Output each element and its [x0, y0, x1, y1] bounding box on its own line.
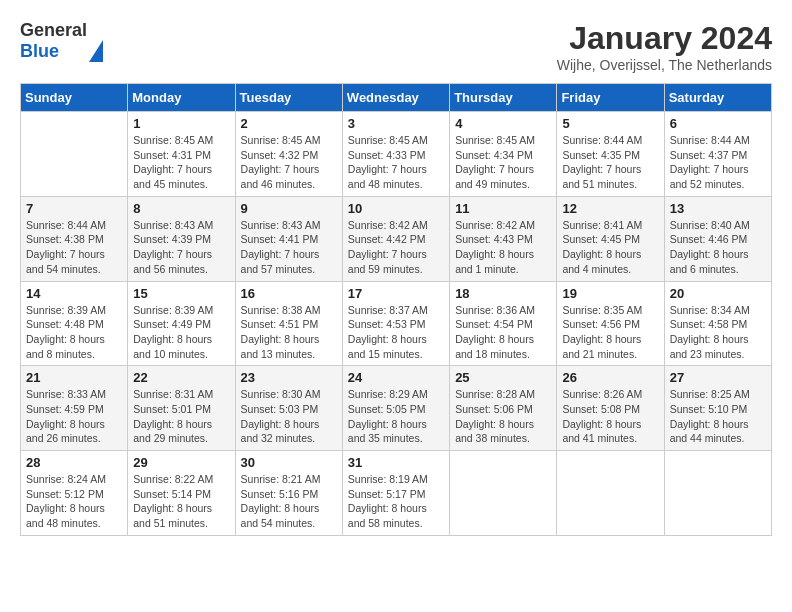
calendar-cell: 6Sunrise: 8:44 AM Sunset: 4:37 PM Daylig…	[664, 112, 771, 197]
page-header: General Blue January 2024 Wijhe, Overijs…	[20, 20, 772, 73]
calendar-cell	[21, 112, 128, 197]
calendar-cell: 27Sunrise: 8:25 AM Sunset: 5:10 PM Dayli…	[664, 366, 771, 451]
calendar-cell: 12Sunrise: 8:41 AM Sunset: 4:45 PM Dayli…	[557, 196, 664, 281]
day-info: Sunrise: 8:45 AM Sunset: 4:34 PM Dayligh…	[455, 133, 551, 192]
day-of-week-header: Thursday	[450, 84, 557, 112]
day-number: 9	[241, 201, 337, 216]
location: Wijhe, Overijssel, The Netherlands	[557, 57, 772, 73]
day-of-week-header: Sunday	[21, 84, 128, 112]
day-info: Sunrise: 8:45 AM Sunset: 4:32 PM Dayligh…	[241, 133, 337, 192]
calendar-week-row: 28Sunrise: 8:24 AM Sunset: 5:12 PM Dayli…	[21, 451, 772, 536]
calendar-cell: 14Sunrise: 8:39 AM Sunset: 4:48 PM Dayli…	[21, 281, 128, 366]
day-of-week-header: Tuesday	[235, 84, 342, 112]
calendar-cell: 8Sunrise: 8:43 AM Sunset: 4:39 PM Daylig…	[128, 196, 235, 281]
day-number: 12	[562, 201, 658, 216]
day-of-week-header: Monday	[128, 84, 235, 112]
day-info: Sunrise: 8:42 AM Sunset: 4:43 PM Dayligh…	[455, 218, 551, 277]
calendar-cell: 5Sunrise: 8:44 AM Sunset: 4:35 PM Daylig…	[557, 112, 664, 197]
calendar-cell: 28Sunrise: 8:24 AM Sunset: 5:12 PM Dayli…	[21, 451, 128, 536]
day-number: 17	[348, 286, 444, 301]
day-number: 2	[241, 116, 337, 131]
calendar-cell: 4Sunrise: 8:45 AM Sunset: 4:34 PM Daylig…	[450, 112, 557, 197]
day-number: 20	[670, 286, 766, 301]
day-number: 15	[133, 286, 229, 301]
calendar-cell: 20Sunrise: 8:34 AM Sunset: 4:58 PM Dayli…	[664, 281, 771, 366]
day-info: Sunrise: 8:40 AM Sunset: 4:46 PM Dayligh…	[670, 218, 766, 277]
day-info: Sunrise: 8:42 AM Sunset: 4:42 PM Dayligh…	[348, 218, 444, 277]
day-number: 16	[241, 286, 337, 301]
calendar-cell: 31Sunrise: 8:19 AM Sunset: 5:17 PM Dayli…	[342, 451, 449, 536]
day-number: 31	[348, 455, 444, 470]
day-info: Sunrise: 8:37 AM Sunset: 4:53 PM Dayligh…	[348, 303, 444, 362]
calendar-header-row: SundayMondayTuesdayWednesdayThursdayFrid…	[21, 84, 772, 112]
calendar-cell: 13Sunrise: 8:40 AM Sunset: 4:46 PM Dayli…	[664, 196, 771, 281]
calendar-cell: 17Sunrise: 8:37 AM Sunset: 4:53 PM Dayli…	[342, 281, 449, 366]
day-info: Sunrise: 8:33 AM Sunset: 4:59 PM Dayligh…	[26, 387, 122, 446]
day-info: Sunrise: 8:30 AM Sunset: 5:03 PM Dayligh…	[241, 387, 337, 446]
calendar-cell: 15Sunrise: 8:39 AM Sunset: 4:49 PM Dayli…	[128, 281, 235, 366]
day-info: Sunrise: 8:29 AM Sunset: 5:05 PM Dayligh…	[348, 387, 444, 446]
calendar-cell: 30Sunrise: 8:21 AM Sunset: 5:16 PM Dayli…	[235, 451, 342, 536]
day-number: 28	[26, 455, 122, 470]
calendar-table: SundayMondayTuesdayWednesdayThursdayFrid…	[20, 83, 772, 536]
day-info: Sunrise: 8:24 AM Sunset: 5:12 PM Dayligh…	[26, 472, 122, 531]
day-of-week-header: Saturday	[664, 84, 771, 112]
day-number: 8	[133, 201, 229, 216]
day-info: Sunrise: 8:22 AM Sunset: 5:14 PM Dayligh…	[133, 472, 229, 531]
day-info: Sunrise: 8:21 AM Sunset: 5:16 PM Dayligh…	[241, 472, 337, 531]
calendar-cell: 2Sunrise: 8:45 AM Sunset: 4:32 PM Daylig…	[235, 112, 342, 197]
calendar-cell: 16Sunrise: 8:38 AM Sunset: 4:51 PM Dayli…	[235, 281, 342, 366]
day-number: 26	[562, 370, 658, 385]
logo-general: General	[20, 20, 87, 41]
calendar-cell: 3Sunrise: 8:45 AM Sunset: 4:33 PM Daylig…	[342, 112, 449, 197]
day-number: 11	[455, 201, 551, 216]
month-title: January 2024	[557, 20, 772, 57]
logo-blue: Blue	[20, 41, 87, 62]
title-block: January 2024 Wijhe, Overijssel, The Neth…	[557, 20, 772, 73]
calendar-week-row: 1Sunrise: 8:45 AM Sunset: 4:31 PM Daylig…	[21, 112, 772, 197]
logo: General Blue	[20, 20, 103, 62]
day-number: 1	[133, 116, 229, 131]
day-number: 30	[241, 455, 337, 470]
calendar-cell: 7Sunrise: 8:44 AM Sunset: 4:38 PM Daylig…	[21, 196, 128, 281]
day-number: 23	[241, 370, 337, 385]
calendar-cell: 21Sunrise: 8:33 AM Sunset: 4:59 PM Dayli…	[21, 366, 128, 451]
calendar-cell: 11Sunrise: 8:42 AM Sunset: 4:43 PM Dayli…	[450, 196, 557, 281]
day-info: Sunrise: 8:44 AM Sunset: 4:37 PM Dayligh…	[670, 133, 766, 192]
calendar-cell	[450, 451, 557, 536]
day-number: 18	[455, 286, 551, 301]
day-info: Sunrise: 8:44 AM Sunset: 4:35 PM Dayligh…	[562, 133, 658, 192]
calendar-cell: 18Sunrise: 8:36 AM Sunset: 4:54 PM Dayli…	[450, 281, 557, 366]
calendar-cell	[557, 451, 664, 536]
day-number: 4	[455, 116, 551, 131]
calendar-cell: 23Sunrise: 8:30 AM Sunset: 5:03 PM Dayli…	[235, 366, 342, 451]
calendar-week-row: 21Sunrise: 8:33 AM Sunset: 4:59 PM Dayli…	[21, 366, 772, 451]
calendar-cell: 25Sunrise: 8:28 AM Sunset: 5:06 PM Dayli…	[450, 366, 557, 451]
day-of-week-header: Friday	[557, 84, 664, 112]
day-info: Sunrise: 8:44 AM Sunset: 4:38 PM Dayligh…	[26, 218, 122, 277]
day-info: Sunrise: 8:38 AM Sunset: 4:51 PM Dayligh…	[241, 303, 337, 362]
day-number: 5	[562, 116, 658, 131]
day-number: 10	[348, 201, 444, 216]
day-info: Sunrise: 8:41 AM Sunset: 4:45 PM Dayligh…	[562, 218, 658, 277]
calendar-cell: 29Sunrise: 8:22 AM Sunset: 5:14 PM Dayli…	[128, 451, 235, 536]
day-number: 25	[455, 370, 551, 385]
day-info: Sunrise: 8:45 AM Sunset: 4:33 PM Dayligh…	[348, 133, 444, 192]
day-info: Sunrise: 8:39 AM Sunset: 4:49 PM Dayligh…	[133, 303, 229, 362]
day-info: Sunrise: 8:39 AM Sunset: 4:48 PM Dayligh…	[26, 303, 122, 362]
day-info: Sunrise: 8:34 AM Sunset: 4:58 PM Dayligh…	[670, 303, 766, 362]
day-info: Sunrise: 8:43 AM Sunset: 4:39 PM Dayligh…	[133, 218, 229, 277]
day-number: 19	[562, 286, 658, 301]
calendar-cell: 10Sunrise: 8:42 AM Sunset: 4:42 PM Dayli…	[342, 196, 449, 281]
day-info: Sunrise: 8:28 AM Sunset: 5:06 PM Dayligh…	[455, 387, 551, 446]
day-number: 21	[26, 370, 122, 385]
calendar-cell: 24Sunrise: 8:29 AM Sunset: 5:05 PM Dayli…	[342, 366, 449, 451]
day-number: 6	[670, 116, 766, 131]
calendar-cell: 22Sunrise: 8:31 AM Sunset: 5:01 PM Dayli…	[128, 366, 235, 451]
day-of-week-header: Wednesday	[342, 84, 449, 112]
day-info: Sunrise: 8:43 AM Sunset: 4:41 PM Dayligh…	[241, 218, 337, 277]
day-info: Sunrise: 8:25 AM Sunset: 5:10 PM Dayligh…	[670, 387, 766, 446]
day-info: Sunrise: 8:19 AM Sunset: 5:17 PM Dayligh…	[348, 472, 444, 531]
calendar-cell: 1Sunrise: 8:45 AM Sunset: 4:31 PM Daylig…	[128, 112, 235, 197]
day-info: Sunrise: 8:36 AM Sunset: 4:54 PM Dayligh…	[455, 303, 551, 362]
